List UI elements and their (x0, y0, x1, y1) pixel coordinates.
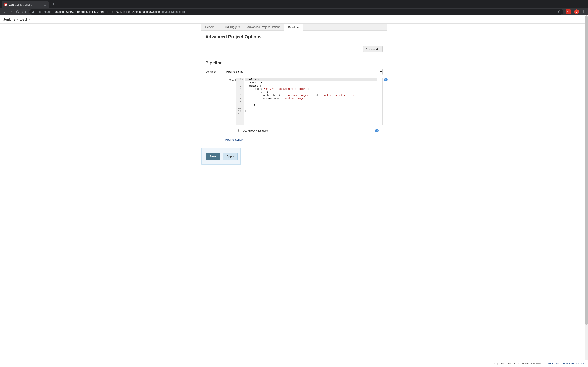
pipeline-syntax-link[interactable]: Pipeline Syntax (225, 138, 243, 141)
browser-tab[interactable]: test1 Config [Jenkins] (2, 1, 49, 8)
divider (572, 10, 572, 14)
avatar[interactable]: B (574, 9, 579, 14)
home-button[interactable] (21, 9, 27, 15)
back-button[interactable] (2, 9, 7, 15)
chevron-right-icon (29, 18, 30, 21)
definition-select[interactable]: Pipeline script (224, 68, 383, 75)
advanced-options-heading: Advanced Project Options (205, 34, 383, 40)
tab-title: test1 Config [Jenkins] (9, 3, 42, 6)
sandbox-label[interactable]: Use Groovy Sandbox (243, 129, 268, 132)
scrollbar-thumb[interactable] (585, 16, 588, 165)
new-tab-button[interactable] (51, 1, 56, 7)
pipeline-heading: Pipeline (205, 60, 383, 66)
tab-pipeline[interactable]: Pipeline (284, 24, 303, 31)
main-panel: General Build Triggers Advanced Project … (201, 24, 387, 165)
tab-general[interactable]: General (201, 24, 219, 30)
browser-chrome: test1 Config [Jenkins] Not Secure aaaceb… (0, 0, 588, 16)
forward-button[interactable] (8, 9, 14, 15)
close-icon[interactable] (43, 3, 47, 6)
svg-point-1 (583, 11, 584, 12)
jenkins-favicon-icon (4, 3, 7, 6)
tab-advanced-project-options[interactable]: Advanced Project Options (243, 24, 284, 30)
tab-bar: test1 Config [Jenkins] (0, 0, 588, 8)
bookmark-icon[interactable] (558, 10, 561, 14)
config-tabs: General Build Triggers Advanced Project … (201, 24, 387, 31)
extension-icon[interactable]: ••• (566, 9, 571, 14)
svg-point-2 (583, 12, 584, 13)
security-label: Not Secure (36, 10, 53, 13)
script-label: Script (205, 78, 236, 125)
scrollbar[interactable] (585, 16, 588, 165)
line-gutter: 123456789101112 (236, 78, 243, 125)
code-body[interactable]: pipeline { agent any stages { stage('Ana… (243, 78, 378, 125)
address-bar[interactable]: Not Secure aaaceb153e97241fab81d9d414094… (29, 9, 563, 15)
breadcrumb-jenkins[interactable]: Jenkins (3, 18, 16, 21)
breadcrumb-job[interactable]: test1 (20, 18, 27, 21)
chevron-right-icon (17, 18, 18, 21)
advanced-button[interactable]: Advanced... (363, 46, 383, 52)
menu-icon[interactable] (580, 10, 586, 14)
nav-bar: Not Secure aaaceb153e97241fab81d9d414094… (0, 8, 588, 16)
svg-point-0 (583, 10, 584, 11)
definition-label: Definition (205, 70, 224, 73)
actions-panel: Save Apply (201, 148, 241, 165)
reload-button[interactable] (15, 9, 20, 15)
sandbox-checkbox[interactable] (238, 129, 241, 132)
save-button[interactable]: Save (206, 152, 220, 160)
code-editor[interactable]: 123456789101112 pipeline { agent any sta… (236, 78, 383, 125)
apply-button[interactable]: Apply (223, 152, 238, 160)
tab-build-triggers[interactable]: Build Triggers (219, 24, 244, 30)
warning-icon (32, 10, 35, 13)
help-icon[interactable]: ? (375, 129, 379, 132)
breadcrumb: Jenkins test1 (0, 16, 588, 24)
help-icon[interactable]: ? (384, 78, 388, 81)
url-text: aaaceb153e97241fab81d9d41409440c-1811878… (54, 10, 556, 13)
